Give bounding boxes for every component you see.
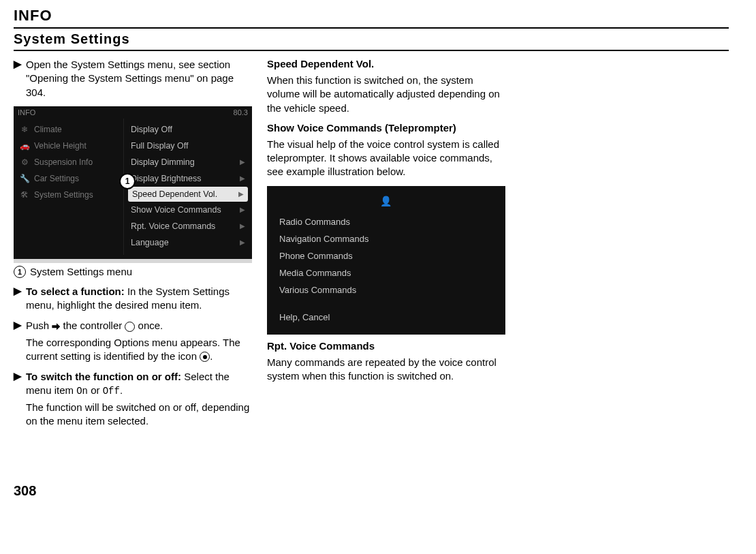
menu-item-off: Off [103, 386, 120, 397]
fig1-menu-label: Display Brightness [131, 174, 202, 183]
fig1-menu-label: Language [131, 238, 169, 247]
fig1-left-label: Vehicle Height [34, 141, 86, 151]
step-text: To select a function: In the System Sett… [26, 285, 252, 313]
chevron-right-icon: ▶ [240, 206, 245, 213]
step-part: or [88, 384, 103, 396]
step-text: To switch the function on or off: Select… [26, 370, 252, 429]
step-marker-icon: ▶ [14, 58, 26, 99]
fig1-left-label: Climate [34, 125, 62, 134]
fig1-menu-item: Language▶ [124, 234, 252, 251]
page-title: INFO [14, 7, 729, 27]
step-text: Open the System Settings menu, see secti… [26, 58, 252, 99]
left-column: ▶ Open the System Settings menu, see sec… [14, 58, 252, 435]
fig1-menu-label: Show Voice Commands [131, 205, 221, 215]
menu-item-on: On [76, 386, 88, 397]
step-marker-icon: ▶ [14, 370, 26, 429]
figure-legend-text: System Settings menu [30, 266, 132, 277]
voice-command-item: Radio Commands [279, 213, 493, 230]
climate-icon: ❄ [19, 125, 30, 134]
vehicle-icon: 🚗 [19, 141, 30, 151]
fig1-left-label: System Settings [34, 190, 93, 200]
fig1-menu-item: Rpt. Voice Commands▶ [124, 218, 252, 234]
fig1-menu-item: Display Off [124, 121, 252, 138]
voice-command-item: Various Commands [279, 281, 493, 298]
fig1-menu-label: Display Dimming [131, 157, 195, 167]
step-part: . [120, 384, 123, 396]
voice-command-item: Media Commands [279, 264, 493, 281]
step-marker-icon: ▶ [14, 285, 26, 313]
step-text: Push the controller once. The correspond… [26, 319, 252, 363]
step-paragraph: The corresponding Options menu appears. … [26, 336, 252, 364]
step-lead: To select a function: [26, 286, 125, 297]
body-text: When this function is switched on, the s… [267, 74, 505, 115]
figure-voice-commands: 👤 Radio Commands Navigation Commands Pho… [267, 186, 505, 335]
page-number: 308 [14, 483, 729, 499]
section-title: System Settings [14, 31, 729, 50]
step-part: the controller [60, 320, 125, 331]
voice-head-icon: 👤 [279, 196, 493, 206]
push-right-icon [52, 323, 60, 330]
fig1-menu-item: Display Dimming▶ [124, 154, 252, 170]
controller-ring-icon [125, 322, 135, 332]
fig1-menu-label: Speed Dependent Vol. [132, 189, 217, 199]
step-marker-icon: ▶ [14, 319, 26, 363]
fig1-left-label: Car Settings [34, 174, 79, 183]
selected-dot-icon [200, 352, 210, 362]
step-part: once. [135, 320, 163, 331]
fig1-left-item: ⚙Suspension Info [14, 154, 123, 170]
chevron-right-icon: ▶ [240, 238, 245, 246]
fig1-menu-label: Full Display Off [131, 141, 189, 151]
fig1-menu-item-selected: Speed Dependent Vol.▶ [128, 187, 248, 202]
section-heading: Show Voice Commands (Teleprompter) [267, 122, 505, 134]
system-settings-icon: 🛠 [19, 190, 30, 200]
chevron-right-icon: ▶ [240, 222, 245, 230]
body-text: The visual help of the voice control sys… [267, 138, 505, 179]
fig1-right-panel: Display Off Full Display Off Display Dim… [124, 119, 252, 255]
callout-badge: 1 [119, 173, 136, 189]
figure-system-settings: INFO 80.3 ❄Climate 🚗Vehicle Height ⚙Susp… [14, 106, 252, 263]
fig1-left-label: Suspension Info [34, 157, 93, 167]
voice-command-footer: Help, Cancel [279, 298, 493, 325]
fig1-left-panel: ❄Climate 🚗Vehicle Height ⚙Suspension Inf… [14, 119, 124, 255]
fig1-top-right: 80.3 [234, 108, 248, 117]
fig1-left-item: 🔧Car Settings [14, 170, 123, 187]
fig1-left-item: 🚗Vehicle Height [14, 138, 123, 154]
step-part: . [210, 350, 212, 362]
suspension-icon: ⚙ [19, 157, 30, 167]
circled-number-icon: 1 [14, 266, 26, 278]
body-text: Many commands are repeated by the voice … [267, 356, 505, 384]
fig1-top-left: INFO [18, 108, 35, 117]
fig1-left-item: ❄Climate [14, 121, 123, 138]
car-settings-icon: 🔧 [19, 174, 30, 183]
fig1-footer [14, 259, 252, 263]
fig1-menu-item: Display Brightness▶ [124, 170, 252, 187]
voice-command-item: Navigation Commands [279, 230, 493, 247]
voice-command-item: Phone Commands [279, 247, 493, 264]
right-column: Speed Dependent Vol. When this function … [267, 58, 505, 390]
section-heading: Speed Dependent Vol. [267, 58, 505, 70]
step-part: Push [26, 320, 52, 331]
figure-legend: 1 System Settings menu [14, 266, 252, 278]
chevron-right-icon: ▶ [240, 158, 245, 166]
section-heading: Rpt. Voice Commands [267, 340, 505, 352]
fig1-menu-item: Full Display Off [124, 138, 252, 154]
step-paragraph: The function will be switched on or off,… [26, 401, 252, 429]
fig1-menu-label: Display Off [131, 125, 172, 134]
chevron-right-icon: ▶ [238, 190, 244, 198]
fig1-left-item: 🛠System Settings [14, 187, 123, 203]
chevron-right-icon: ▶ [240, 174, 245, 182]
fig1-menu-label: Rpt. Voice Commands [131, 221, 215, 231]
fig1-menu-item: Show Voice Commands▶ [124, 202, 252, 218]
step-lead: To switch the function on or off: [26, 371, 181, 382]
